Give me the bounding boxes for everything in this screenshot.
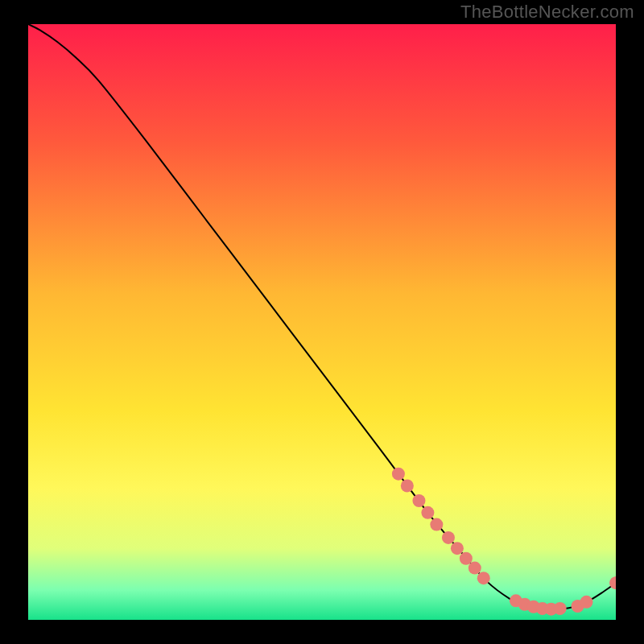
data-marker	[442, 531, 455, 544]
data-marker	[392, 468, 405, 481]
data-marker	[430, 518, 443, 531]
data-marker	[580, 596, 593, 609]
watermark-text: TheBottleNecker.com	[460, 2, 634, 23]
chart-background	[28, 24, 616, 620]
chart-svg	[28, 24, 616, 620]
data-marker	[460, 552, 473, 565]
chart-plot-area	[28, 24, 616, 620]
data-marker	[451, 542, 464, 555]
data-marker	[477, 572, 490, 584]
chart-frame: TheBottleNecker.com	[0, 0, 644, 644]
data-marker	[412, 494, 425, 507]
data-marker	[401, 480, 414, 493]
data-marker	[554, 602, 567, 615]
data-marker	[469, 562, 481, 575]
data-marker	[421, 506, 434, 519]
